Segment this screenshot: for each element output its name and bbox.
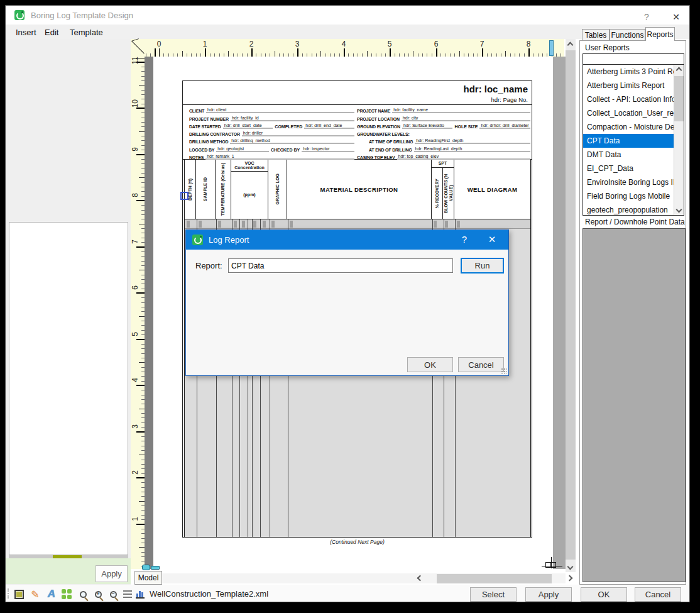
tab-model[interactable]: Model <box>134 571 162 585</box>
vruler-num: 1 <box>131 517 139 521</box>
menu-template[interactable]: Template <box>67 26 106 38</box>
ruler-corner <box>131 39 145 57</box>
field-label: HOLE SIZE <box>454 124 478 129</box>
field-label: PROJECT NAME <box>357 109 390 113</box>
preview-box <box>9 222 128 555</box>
align-icon[interactable] <box>121 588 134 600</box>
template-file-name: WellConstruction_Template2.xml <box>150 589 268 599</box>
list-scroll-down-icon[interactable] <box>677 207 681 212</box>
column-temperature: TEMPERATURE (Celsius) <box>221 163 226 216</box>
field-value: hdr: top_casing_elev <box>397 154 530 160</box>
ok-button[interactable]: OK <box>581 587 627 602</box>
field-label: DRILLING CONTRACTOR <box>189 132 240 136</box>
dialog-app-icon <box>192 235 203 245</box>
hruler-num: 0 <box>157 40 161 48</box>
list-scroll-up-icon[interactable] <box>677 68 681 72</box>
log-body-top-strip <box>185 219 530 229</box>
horizontal-scrollbar-thumb[interactable] <box>437 574 552 583</box>
report-input[interactable] <box>228 258 453 273</box>
report-list-item[interactable]: EI_CPT_Data <box>583 162 684 175</box>
hruler-num: 8 <box>527 40 531 48</box>
dialog-close-button[interactable]: ✕ <box>483 234 501 245</box>
report-list-item[interactable]: Collect_Location_User_re... <box>583 106 684 120</box>
report-list-item[interactable]: Collect - API: Location Info... <box>583 92 684 106</box>
toolbar-grip[interactable] <box>8 588 10 599</box>
page-edge <box>553 57 566 569</box>
vruler-num: 3 <box>131 424 139 429</box>
report-list-item[interactable]: Atterberg Limits 3 Point Re... <box>583 65 684 79</box>
field-value: hdr: drilling_method <box>230 138 354 144</box>
zoom-out-icon[interactable]: − <box>107 588 119 600</box>
template-title-box: hdr: loc_name hdr: Page No. <box>183 81 532 105</box>
zoom-icon[interactable] <box>77 588 89 600</box>
template-title: hdr: loc_name <box>463 84 528 94</box>
column-spt: SPT % RECOVERY BLOW COUNTS (N VALUE) <box>432 160 454 219</box>
field-value: hdr: remark_1 <box>205 154 354 160</box>
report-list-item[interactable]: DMT Data <box>583 148 684 162</box>
vruler-num: 7 <box>131 240 139 244</box>
report-list-item[interactable]: Atterberg Limits Report <box>583 79 684 92</box>
help-button[interactable]: ? <box>637 12 656 22</box>
field-value: hdr: facility_id <box>231 116 354 121</box>
select-button[interactable]: Select <box>470 587 517 602</box>
tab-tables[interactable]: Tables <box>582 29 610 41</box>
template-page-no: hdr: Page No. <box>491 96 528 103</box>
report-list-item[interactable]: Field Boring Logs Mobile <box>583 189 684 203</box>
scroll-down-arrow[interactable] <box>568 565 572 569</box>
fill-rectangle-icon[interactable] <box>13 588 25 600</box>
hruler-num: 7 <box>480 40 484 48</box>
menu-edit[interactable]: Edit <box>42 26 61 38</box>
pencil-icon[interactable]: ✎ <box>29 588 41 600</box>
column-voc-unit: (ppm) <box>231 192 268 197</box>
apply-button[interactable]: Apply <box>525 587 572 602</box>
column-spt-label: SPT <box>432 160 454 168</box>
run-button[interactable]: Run <box>461 258 504 273</box>
scroll-up-arrow[interactable] <box>568 43 572 47</box>
vruler-num: 4 <box>131 378 139 382</box>
menu-insert[interactable]: Insert <box>13 26 39 38</box>
app-icon <box>14 10 25 20</box>
field-value: hdr: geologist <box>216 146 269 152</box>
column-voc-label: VOC Concentration <box>231 161 268 172</box>
font-icon[interactable]: A <box>45 588 58 600</box>
close-button[interactable]: ✕ <box>667 12 686 22</box>
dialog-resize-grip[interactable] <box>501 368 507 374</box>
reports-list[interactable]: Atterberg Limits 3 Point Re... Atterberg… <box>582 64 684 216</box>
hruler-num: 5 <box>388 40 392 48</box>
horizontal-ruler: 0 1 2 3 4 5 6 7 8 <box>145 39 564 57</box>
dialog-ok-button[interactable]: OK <box>407 357 453 372</box>
report-list-item[interactable]: Compaction - Moisture De... <box>583 120 684 134</box>
list-scrollbar[interactable] <box>674 65 684 215</box>
chart-icon[interactable] <box>134 588 146 600</box>
log-column-headers: DEPTH (ft) SAMPLE ID TEMPERATURE (Celsiu… <box>184 160 531 219</box>
selection-handle[interactable] <box>180 192 189 200</box>
report-list-item[interactable]: EnviroInsite Boring Logs II ... <box>583 175 684 189</box>
vertical-scrollbar-thumb[interactable] <box>566 50 576 560</box>
vruler-num: 8 <box>131 193 139 197</box>
continued-next-page: (Continued Next Page) <box>182 539 532 545</box>
field-value: hdr: driller <box>242 131 354 136</box>
column-graphic-log: GRAPHIC LOG <box>275 174 280 204</box>
move-icon[interactable] <box>60 588 73 600</box>
cancel-button[interactable]: Cancel <box>635 587 681 602</box>
vruler-num: 10 <box>131 99 139 108</box>
scroll-left-arrow[interactable] <box>418 576 422 580</box>
reports-panel: User Reports Atterberg Limits 3 Point Re… <box>579 40 686 585</box>
dialog-help-button[interactable]: ? <box>455 234 474 245</box>
zoom-in-icon[interactable]: + <box>92 588 104 600</box>
log-report-dialog: Log Report ? ✕ Report: Run OK Cancel <box>185 229 509 376</box>
tab-reports[interactable]: Reports <box>645 27 675 41</box>
list-scrollbar-thumb[interactable] <box>674 76 684 121</box>
report-list-item-selected[interactable]: CPT Data <box>583 134 674 148</box>
left-apply-button[interactable]: Apply <box>96 565 128 582</box>
screen: Boring Log Template Design ? ✕ Insert Ed… <box>0 0 700 613</box>
page-indicator <box>142 563 161 571</box>
dialog-cancel-button[interactable]: Cancel <box>458 357 504 372</box>
vruler-num: 2 <box>131 470 139 475</box>
field-value: hdr: facility_name <box>392 108 530 113</box>
tab-functions[interactable]: Functions <box>610 29 645 41</box>
scroll-right-arrow[interactable] <box>567 576 572 580</box>
report-filter-input[interactable] <box>582 53 684 65</box>
report-list-item[interactable]: geotech_preopopulation <box>583 203 684 216</box>
report-label: Report: <box>195 261 222 270</box>
